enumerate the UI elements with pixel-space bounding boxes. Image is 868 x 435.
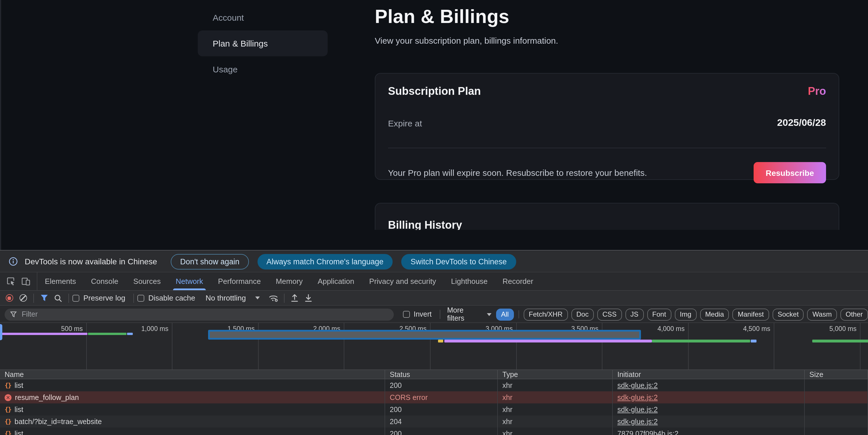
sidebar-item-account[interactable]: Account [198, 5, 328, 30]
sidebar-item-usage[interactable]: Usage [198, 56, 328, 82]
screen: AccountPlan & BillingsUsage Plan & Billi… [0, 0, 868, 435]
toolbar-separator [33, 293, 34, 303]
throttling-select[interactable]: No throttling [206, 293, 259, 302]
inspect-element-button[interactable] [3, 274, 19, 288]
tab-network[interactable]: Network [168, 272, 210, 290]
timeline-gridline [172, 323, 173, 370]
subscription-card-title: Subscription Plan [388, 85, 481, 98]
filter-chip-wasm[interactable]: Wasm [807, 308, 837, 320]
column-header-initiator[interactable]: Initiator [613, 370, 805, 379]
tab-memory[interactable]: Memory [268, 272, 310, 290]
initiator-link[interactable]: sdk-glue.js:2 [617, 417, 658, 426]
column-header-status[interactable]: Status [385, 370, 498, 379]
info-icon [9, 257, 18, 266]
column-header-size[interactable]: Size [805, 370, 868, 379]
table-row[interactable]: {}list200xhrsdk-glue.js:2 [0, 379, 868, 391]
timeline-tick-label: 1,000 ms [88, 325, 168, 332]
filter-chip-doc[interactable]: Doc [571, 308, 594, 320]
filter-chip-other[interactable]: Other [840, 308, 868, 320]
search-button[interactable] [51, 291, 65, 304]
filter-chip-manifest[interactable]: Manifest [733, 308, 769, 320]
tab-label: Application [318, 277, 354, 286]
resubscribe-button[interactable]: Resubscribe [754, 162, 826, 183]
disable-cache-checkbox[interactable] [137, 294, 144, 301]
tab-privacy-and-security[interactable]: Privacy and security [362, 272, 444, 290]
sidebar-item-plan-billings[interactable]: Plan & Billings [198, 30, 328, 56]
request-json-icon: {} [5, 406, 11, 413]
name-cell: ✕resume_follow_plan [0, 391, 385, 403]
tab-label: Lighthouse [451, 277, 488, 286]
filter-chip-media[interactable]: Media [700, 308, 729, 320]
tab-label: Performance [218, 277, 261, 286]
initiator-link[interactable]: sdk-glue.js:2 [617, 405, 658, 413]
filter-chip-socket[interactable]: Socket [772, 308, 804, 320]
tab-elements[interactable]: Elements [37, 272, 83, 290]
infobar-button-always-match-chrome-s-language[interactable]: Always match Chrome's language [257, 254, 393, 269]
initiator-link[interactable]: sdk-glue.js:2 [617, 393, 658, 401]
type-cell: xhr [498, 415, 613, 428]
initiator-link[interactable]: sdk-glue.js:2 [617, 381, 658, 389]
filter-chip-img[interactable]: Img [675, 308, 696, 320]
clear-network-log-button[interactable] [16, 291, 30, 304]
type-value: xhr [502, 381, 513, 389]
status-cell: 200 [385, 428, 498, 435]
type-value: xhr [502, 393, 513, 401]
waterfall-bar-pending [208, 330, 641, 340]
table-row[interactable]: {}list200xhr7879.07f09b4b.js:2 [0, 428, 868, 435]
tab-recorder[interactable]: Recorder [495, 272, 540, 290]
filter-chip-all[interactable]: All [496, 308, 514, 320]
overview-selection-handle[interactable] [0, 324, 2, 340]
filter-chip-js[interactable]: JS [625, 308, 644, 320]
tab-application[interactable]: Application [310, 272, 362, 290]
column-header-name[interactable]: Name [0, 370, 385, 379]
throttling-value: No throttling [206, 293, 246, 302]
tab-lighthouse[interactable]: Lighthouse [443, 272, 495, 290]
waterfall-bar-purple [1, 333, 87, 335]
size-cell [805, 415, 868, 428]
infobar-button-don-t-show-again[interactable]: Don't show again [171, 254, 249, 269]
initiator-link[interactable]: 7879.07f09b4b.js:2 [617, 430, 679, 435]
size-cell [805, 403, 868, 415]
table-row[interactable]: ✕resume_follow_planCORS errorxhrsdk-glue… [0, 391, 868, 403]
app-window: AccountPlan & BillingsUsage Plan & Billi… [0, 0, 868, 250]
record-network-log-button[interactable] [2, 291, 16, 304]
tab-console[interactable]: Console [83, 272, 126, 290]
tab-label: Recorder [502, 277, 533, 286]
table-row[interactable]: {}list200xhrsdk-glue.js:2 [0, 403, 868, 415]
filter-input-pill[interactable] [5, 308, 394, 320]
toolbar-separator [68, 293, 69, 303]
settings-content-header: Plan & Billings View your subscription p… [375, 6, 558, 45]
expire-at-label: Expire at [388, 118, 422, 128]
filter-chip-font[interactable]: Font [647, 308, 671, 320]
import-har-button[interactable] [288, 291, 302, 304]
more-filters-dropdown[interactable]: More filters [447, 306, 491, 322]
export-har-button[interactable] [302, 291, 315, 304]
table-body: {}list200xhrsdk-glue.js:2✕resume_follow_… [0, 379, 868, 435]
filter-chip-css[interactable]: CSS [597, 308, 622, 320]
network-conditions-button[interactable] [267, 291, 280, 304]
infobar-button-switch-devtools-to-chinese[interactable]: Switch DevTools to Chinese [401, 254, 516, 269]
size-cell [805, 428, 868, 435]
filterbar-separator [440, 310, 440, 319]
tab-sources[interactable]: Sources [126, 272, 168, 290]
filter-toggle-button[interactable] [37, 291, 51, 304]
invert-label: Invert [413, 310, 432, 318]
preserve-log-checkbox[interactable] [72, 294, 79, 301]
network-overview-timeline[interactable]: 500 ms1,000 ms1,500 ms2,000 ms2,500 ms3,… [0, 323, 868, 370]
status-value: 204 [390, 417, 402, 426]
toolbar-separator [133, 293, 134, 303]
timeline-gridline [774, 323, 774, 370]
column-header-type[interactable]: Type [498, 370, 613, 379]
devtools-infobar: DevTools is now available in Chinese Don… [0, 251, 868, 272]
size-cell [805, 379, 868, 391]
size-cell [805, 391, 868, 403]
filter-input[interactable] [21, 310, 388, 319]
type-cell: xhr [498, 403, 613, 415]
filter-chip-fetch-xhr[interactable]: Fetch/XHR [524, 308, 568, 320]
tab-performance[interactable]: Performance [211, 272, 269, 290]
timeline-gridline [688, 323, 689, 370]
request-name: resume_follow_plan [15, 393, 79, 401]
table-row[interactable]: {}batch/?biz_id=trae_website204xhrsdk-gl… [0, 415, 868, 428]
toggle-device-toolbar-button[interactable] [19, 274, 33, 288]
invert-checkbox[interactable] [403, 311, 409, 318]
